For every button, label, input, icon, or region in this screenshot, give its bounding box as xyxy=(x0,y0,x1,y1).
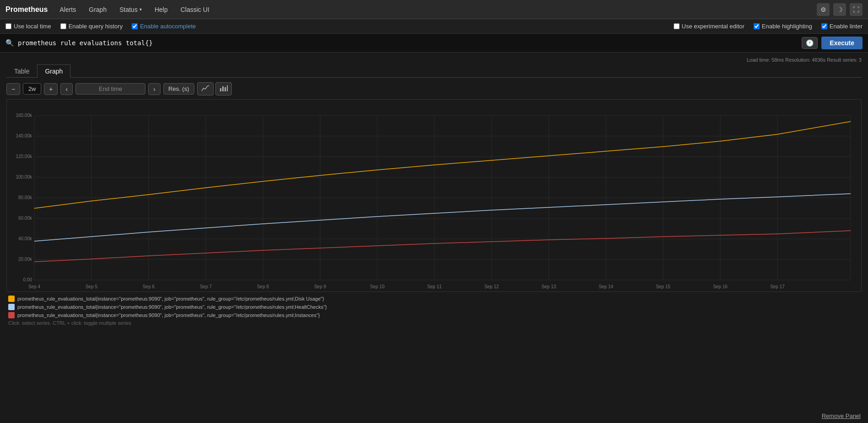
svg-text:Sep 4: Sep 4 xyxy=(28,284,41,289)
use-experimental-editor-option[interactable]: Use experimental editor xyxy=(674,23,745,30)
end-time-button[interactable]: End time xyxy=(75,83,145,95)
prev-time-button[interactable]: ‹ xyxy=(60,83,73,95)
search-icon: 🔍 xyxy=(5,39,14,47)
use-experimental-editor-checkbox[interactable] xyxy=(674,23,680,29)
resolution-button[interactable]: Res. (s) xyxy=(163,83,194,95)
remove-panel-button[interactable]: Remove Panel xyxy=(822,412,861,419)
svg-text:Sep 12: Sep 12 xyxy=(484,284,499,289)
time-picker-icon[interactable]: 🕐 xyxy=(802,37,818,49)
zoom-in-button[interactable]: + xyxy=(44,83,58,95)
options-right: Use experimental editor Enable highlight… xyxy=(674,23,863,30)
legend-item-2[interactable]: prometheus_rule_evaluations_total{instan… xyxy=(8,304,860,310)
legend-color-1 xyxy=(8,296,15,302)
nav-classic-ui[interactable]: Classic UI xyxy=(178,4,212,15)
nav-help[interactable]: Help xyxy=(152,4,171,15)
execute-button[interactable]: Execute xyxy=(821,37,863,49)
nav-graph[interactable]: Graph xyxy=(86,4,109,15)
svg-rect-3 xyxy=(227,85,228,91)
svg-rect-1 xyxy=(222,86,224,91)
svg-text:Sep 17: Sep 17 xyxy=(770,284,785,289)
options-bar: Use local time Enable query history Enab… xyxy=(0,19,868,34)
svg-text:100.00k: 100.00k xyxy=(16,174,32,180)
svg-text:120.00k: 120.00k xyxy=(16,154,32,159)
svg-text:Sep 10: Sep 10 xyxy=(370,284,385,289)
chart-svg: 0.00 20.00k 40.00k 60.00k 80.00k 100.00k… xyxy=(7,100,857,291)
legend-color-3 xyxy=(8,312,15,318)
enable-query-history-checkbox[interactable] xyxy=(60,23,66,29)
svg-text:80.00k: 80.00k xyxy=(18,195,32,200)
use-local-time-option[interactable]: Use local time xyxy=(5,23,51,30)
navbar-icons: ⚙ ☽ ⛶ xyxy=(817,3,863,16)
content: Load time: 58ms Resolution: 4836s Result… xyxy=(0,53,868,334)
svg-text:Sep 9: Sep 9 xyxy=(314,284,327,289)
enable-query-history-option[interactable]: Enable query history xyxy=(60,23,123,30)
tab-graph[interactable]: Graph xyxy=(37,64,70,78)
duration-input[interactable] xyxy=(23,83,41,95)
legend-color-2 xyxy=(8,304,15,310)
tabs: Table Graph xyxy=(6,64,862,78)
tab-table[interactable]: Table xyxy=(6,64,37,78)
legend-item-1[interactable]: prometheus_rule_evaluations_total{instan… xyxy=(8,296,860,302)
navbar: Prometheus Alerts Graph Status ▾ Help Cl… xyxy=(0,0,868,19)
graph-area: 0.00 20.00k 40.00k 60.00k 80.00k 100.00k… xyxy=(6,99,862,292)
theme-icon[interactable]: ☽ xyxy=(833,3,846,16)
line-chart-icon xyxy=(201,85,209,92)
svg-text:0.00: 0.00 xyxy=(23,277,32,282)
graph-toolbar: − + ‹ End time › Res. (s) xyxy=(6,82,862,95)
svg-text:40.00k: 40.00k xyxy=(18,236,32,241)
svg-text:20.00k: 20.00k xyxy=(18,257,32,262)
svg-text:Sep 8: Sep 8 xyxy=(257,284,269,289)
query-input[interactable] xyxy=(18,39,798,47)
legend-label-3: prometheus_rule_evaluations_total{instan… xyxy=(17,312,320,318)
svg-text:Sep 11: Sep 11 xyxy=(427,284,442,289)
enable-autocomplete-option[interactable]: Enable autocomplete xyxy=(132,23,196,30)
svg-text:Sep 15: Sep 15 xyxy=(656,284,670,289)
status-dropdown-arrow: ▾ xyxy=(139,7,142,12)
load-info: Load time: 58ms Resolution: 4836s Result… xyxy=(6,57,862,63)
enable-highlighting-checkbox[interactable] xyxy=(754,23,760,29)
legend-hint: Click: select series. CTRL + click: togg… xyxy=(8,320,860,326)
svg-text:140.00k: 140.00k xyxy=(16,133,32,138)
stacked-buttons xyxy=(197,82,232,95)
legend-label-2: prometheus_rule_evaluations_total{instan… xyxy=(17,304,327,310)
settings-icon[interactable]: ⚙ xyxy=(817,3,830,16)
nav-alerts[interactable]: Alerts xyxy=(57,4,79,15)
svg-text:Sep 6: Sep 6 xyxy=(143,284,155,289)
svg-text:Sep 5: Sep 5 xyxy=(86,284,98,289)
search-right: 🕐 Execute xyxy=(802,37,863,49)
legend: prometheus_rule_evaluations_total{instan… xyxy=(6,292,862,329)
svg-text:Sep 14: Sep 14 xyxy=(599,284,613,289)
svg-text:60.00k: 60.00k xyxy=(18,216,32,221)
next-time-button[interactable]: › xyxy=(148,83,161,95)
nav-status[interactable]: Status ▾ xyxy=(117,4,145,15)
legend-item-3[interactable]: prometheus_rule_evaluations_total{instan… xyxy=(8,312,860,318)
expand-icon[interactable]: ⛶ xyxy=(850,3,863,16)
svg-rect-4 xyxy=(7,100,857,291)
svg-rect-0 xyxy=(220,88,221,91)
legend-label-1: prometheus_rule_evaluations_total{instan… xyxy=(17,296,324,301)
enable-autocomplete-checkbox[interactable] xyxy=(132,23,138,29)
zoom-out-button[interactable]: − xyxy=(6,83,20,95)
enable-highlighting-option[interactable]: Enable highlighting xyxy=(754,23,812,30)
svg-text:Sep 7: Sep 7 xyxy=(200,284,212,289)
svg-rect-2 xyxy=(225,87,226,91)
app-brand: Prometheus xyxy=(5,5,48,14)
enable-linter-option[interactable]: Enable linter xyxy=(821,23,863,30)
bottom-bar: Remove Panel xyxy=(814,409,868,423)
bar-chart-icon xyxy=(220,85,228,92)
svg-text:160.00k: 160.00k xyxy=(16,113,32,118)
svg-text:Sep 13: Sep 13 xyxy=(541,284,556,289)
search-bar: 🔍 🕐 Execute xyxy=(0,34,868,53)
use-local-time-checkbox[interactable] xyxy=(5,23,11,29)
svg-text:Sep 16: Sep 16 xyxy=(713,284,728,289)
bar-chart-button[interactable] xyxy=(215,82,232,95)
enable-linter-checkbox[interactable] xyxy=(821,23,827,29)
line-chart-button[interactable] xyxy=(197,82,214,95)
